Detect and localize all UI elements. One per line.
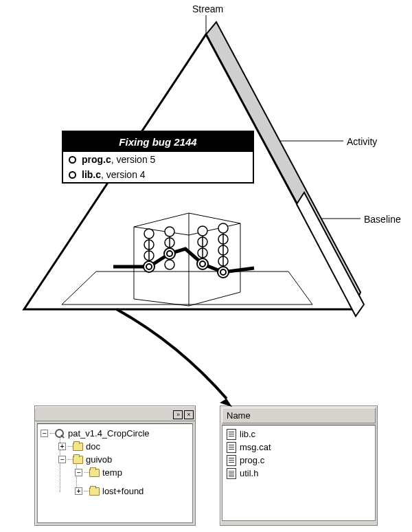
- folder-icon: [89, 487, 100, 496]
- svg-point-35: [218, 223, 228, 233]
- tree-label: guivob: [86, 454, 112, 465]
- file-name: lib.c: [82, 169, 101, 180]
- changeset-row: lib.c, version 4: [63, 167, 253, 182]
- tree-node-doc[interactable]: + doc: [41, 440, 192, 453]
- file-icon: [227, 455, 236, 466]
- file-row[interactable]: util.h: [227, 467, 371, 480]
- file-list[interactable]: lib.c msg.cat prog.c util.h: [222, 425, 376, 521]
- tree-node-temp[interactable]: − temp: [41, 466, 192, 479]
- svg-point-44: [167, 251, 172, 256]
- svg-point-46: [200, 261, 205, 267]
- activity-card: Fixing bug 2144 prog.c, version 5 lib.c,…: [62, 131, 254, 184]
- tree-label: doc: [86, 441, 100, 452]
- tree-node-guivob[interactable]: − guivob: [41, 453, 192, 466]
- folder-icon: [73, 456, 83, 464]
- svg-point-20: [144, 229, 154, 239]
- folder-tree[interactable]: − pat_v1.4_CropCircle + doc − guivob −: [37, 423, 193, 523]
- file-name: prog.c: [240, 455, 264, 465]
- file-row[interactable]: prog.c: [227, 454, 371, 467]
- svg-point-42: [146, 264, 152, 269]
- bullet-icon: [69, 171, 76, 179]
- file-icon: [227, 442, 236, 453]
- svg-point-30: [198, 226, 207, 236]
- svg-point-25: [165, 227, 174, 236]
- file-name: msg.cat: [240, 442, 271, 452]
- file-version: , version 5: [111, 154, 156, 165]
- activity-title: Fixing bug 2144: [63, 132, 253, 152]
- tree-label: lost+found: [102, 486, 144, 496]
- tree-node-lostfound[interactable]: + lost+found: [41, 485, 192, 498]
- arrow-connector: [0, 296, 412, 433]
- file-version: , version 4: [101, 169, 146, 180]
- svg-point-28: [165, 260, 174, 269]
- svg-marker-49: [220, 399, 232, 407]
- file-name: prog.c: [82, 154, 111, 165]
- file-icon: [227, 468, 236, 479]
- changeset-row: prog.c, version 5: [63, 152, 253, 167]
- expand-icon[interactable]: +: [58, 443, 66, 450]
- file-name: util.h: [240, 468, 258, 478]
- collapse-icon[interactable]: −: [58, 456, 66, 463]
- collapse-icon[interactable]: −: [75, 469, 82, 476]
- svg-point-48: [220, 269, 226, 275]
- tree-label: temp: [102, 467, 122, 478]
- expand-icon[interactable]: +: [75, 487, 82, 495]
- file-row[interactable]: msg.cat: [227, 441, 371, 454]
- folder-icon: [89, 469, 100, 477]
- folder-icon: [73, 443, 83, 451]
- bullet-icon: [69, 156, 76, 164]
